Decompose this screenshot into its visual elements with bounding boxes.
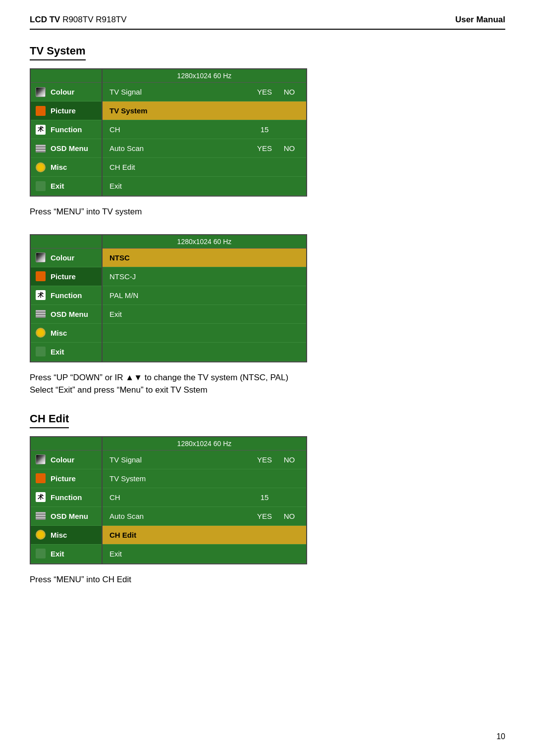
osd-left-header-1 <box>31 69 102 83</box>
section-tv-system-sub: Colour Picture 术 Function <box>30 234 505 397</box>
menu-item-colour-2[interactable]: Colour <box>31 249 102 267</box>
page: LCD TV R908TV R918TV User Manual TV Syst… <box>0 0 535 756</box>
colour-label-3: Colour <box>51 455 74 464</box>
osd-box-3: Colour Picture 术 Function <box>30 436 307 564</box>
menu-item-misc-1[interactable]: Misc <box>31 158 102 177</box>
menu-item-picture-2[interactable]: Picture <box>31 267 102 286</box>
right-row-1-3: Auto Scan YES NO <box>103 139 306 158</box>
misc-label-1: Misc <box>51 163 67 171</box>
right-row-1-0: TV Signal YES NO <box>103 83 306 101</box>
menu-item-osdmenu-1[interactable]: OSD Menu <box>31 139 102 158</box>
right-row-3-4: CH Edit <box>103 526 306 545</box>
section2-desc1-text: Press “UP “DOWN” or IR ▲▼ to change the … <box>30 373 288 382</box>
right-val2-1-3: NO <box>279 144 299 152</box>
menu-item-colour-3[interactable]: Colour <box>31 451 102 469</box>
menu-item-osdmenu-3[interactable]: OSD Menu <box>31 507 102 526</box>
function-icon-1: 术 <box>35 124 47 136</box>
menu-item-osdmenu-2[interactable]: OSD Menu <box>31 305 102 324</box>
right-row-1-5: Exit <box>103 177 306 196</box>
menu-item-picture-1[interactable]: Picture <box>31 101 102 120</box>
right-val1-1-0: YES <box>250 88 279 96</box>
osd-box-1: Colour Picture 术 Function <box>30 68 307 197</box>
section2-desc1: Press “UP “DOWN” or IR ▲▼ to change the … <box>30 371 505 397</box>
model-label: R908TV R918TV <box>62 15 126 24</box>
section2-desc2-text: Select “Exit” and press “Menu” to exit T… <box>30 385 208 395</box>
right-row-1-1: TV System <box>103 101 306 120</box>
osdmenu-icon-3 <box>35 510 47 522</box>
right-label-3-0: TV Signal <box>109 455 250 464</box>
menu-item-function-1[interactable]: 术 Function <box>31 120 102 139</box>
section-ch-edit: CH Edit Colour Picture <box>30 412 505 586</box>
function-icon-3: 术 <box>35 491 47 503</box>
menu-item-picture-3[interactable]: Picture <box>31 469 102 488</box>
menu-item-misc-3[interactable]: Misc <box>31 526 102 545</box>
picture-label-3: Picture <box>51 474 76 483</box>
right-row-2-5 <box>103 343 306 361</box>
brand-model: LCD TV R908TV R918TV <box>30 15 127 25</box>
right-label-3-4: CH Edit <box>109 531 250 539</box>
right-row-2-4 <box>103 324 306 343</box>
menu-item-function-3[interactable]: 术 Function <box>31 488 102 507</box>
right-row-3-3: Auto Scan YES NO <box>103 507 306 526</box>
osd-left-2: Colour Picture 术 Function <box>31 235 103 361</box>
right-label-2-5 <box>109 348 299 356</box>
misc-icon-3 <box>35 529 47 541</box>
right-val1-1-3: YES <box>250 144 279 152</box>
osd-right-2: 1280x1024 60 Hz NTSC NTSC-J PAL M/N Exit <box>103 235 306 361</box>
right-label-1-1: TV System <box>109 106 250 115</box>
right-row-1-4: CH Edit <box>103 158 306 177</box>
right-row-2-3: Exit <box>103 305 306 324</box>
right-row-3-2: CH 15 <box>103 488 306 507</box>
right-row-3-5: Exit <box>103 545 306 563</box>
osdmenu-label-3: OSD Menu <box>51 512 88 520</box>
right-val1-1-2: 15 <box>250 125 279 134</box>
right-row-2-1: NTSC-J <box>103 267 306 286</box>
menu-item-exit-3[interactable]: Exit <box>31 545 102 563</box>
osdmenu-label-1: OSD Menu <box>51 144 88 152</box>
exit-label-2: Exit <box>51 348 64 356</box>
page-number: 10 <box>496 732 505 741</box>
osd-right-header-1: 1280x1024 60 Hz <box>103 69 306 83</box>
osd-left-header-2 <box>31 235 102 249</box>
picture-label-1: Picture <box>51 106 76 115</box>
menu-item-exit-2[interactable]: Exit <box>31 343 102 361</box>
picture-icon-2 <box>35 270 47 282</box>
picture-icon-3 <box>35 472 47 484</box>
manual-label: User Manual <box>455 15 505 25</box>
osd-right-header-2: 1280x1024 60 Hz <box>103 235 306 249</box>
section3-desc: Press “MENU” into CH Edit <box>30 573 505 586</box>
misc-label-3: Misc <box>51 531 67 539</box>
osd-right-1: 1280x1024 60 Hz TV Signal YES NO TV Syst… <box>103 69 306 196</box>
right-row-1-2: CH 15 <box>103 120 306 139</box>
right-label-1-3: Auto Scan <box>109 144 250 152</box>
page-header: LCD TV R908TV R918TV User Manual <box>30 15 505 30</box>
right-row-2-0: NTSC <box>103 249 306 267</box>
menu-item-misc-2[interactable]: Misc <box>31 324 102 343</box>
section1-desc: Press “MENU” into TV system <box>30 205 505 218</box>
osd-right-3: 1280x1024 60 Hz TV Signal YES NO TV Syst… <box>103 437 306 563</box>
picture-label-2: Picture <box>51 272 76 281</box>
right-label-2-0: NTSC <box>109 253 299 262</box>
osd-left-3: Colour Picture 术 Function <box>31 437 103 563</box>
function-label-2: Function <box>51 291 82 300</box>
right-label-1-0: TV Signal <box>109 88 250 96</box>
section-tv-system: TV System Colour Picture <box>30 45 505 218</box>
right-val2-3-3: NO <box>279 512 299 520</box>
right-val1-3-2: 15 <box>250 493 279 502</box>
brand-label: LCD TV <box>30 15 60 24</box>
colour-icon-3 <box>35 454 47 465</box>
right-val2-1-0: NO <box>279 88 299 96</box>
misc-icon-1 <box>35 161 47 173</box>
right-label-1-2: CH <box>109 125 250 134</box>
right-label-3-5: Exit <box>109 550 250 558</box>
osdmenu-label-2: OSD Menu <box>51 310 88 318</box>
menu-item-exit-1[interactable]: Exit <box>31 177 102 196</box>
right-label-3-2: CH <box>109 493 250 502</box>
menu-item-function-2[interactable]: 术 Function <box>31 286 102 305</box>
exit-icon-2 <box>35 346 47 357</box>
menu-item-colour-1[interactable]: Colour <box>31 83 102 101</box>
misc-icon-2 <box>35 327 47 339</box>
exit-icon-3 <box>35 548 47 559</box>
right-row-3-0: TV Signal YES NO <box>103 451 306 469</box>
colour-label-1: Colour <box>51 88 74 96</box>
